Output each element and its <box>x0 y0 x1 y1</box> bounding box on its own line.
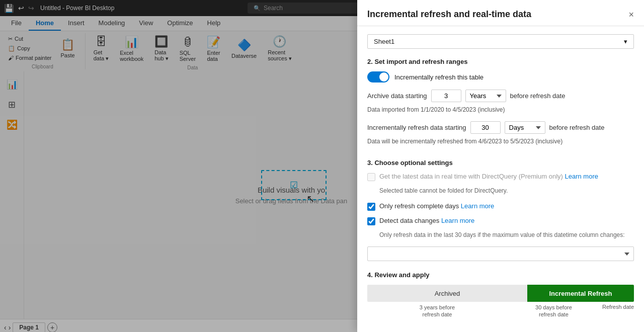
modal-close-button[interactable]: × <box>628 10 634 19</box>
sheet-selector-value: Sheet1 <box>374 38 394 45</box>
complete-days-label: Only refresh complete days Learn more <box>379 202 494 210</box>
modal-title: Incremental refresh and real-time data <box>367 9 531 20</box>
modal-header: Incremental refresh and real-time data × <box>357 0 644 26</box>
directquery-label: Get the latest data in real time with Di… <box>379 173 598 180</box>
complete-days-learn-more[interactable]: Learn more <box>461 202 494 210</box>
section2-heading: 2. Set import and refresh ranges <box>367 58 634 65</box>
complete-days-row: Only refresh complete days Learn more <box>367 202 634 211</box>
incremental-info: Data will be incrementally refreshed fro… <box>367 138 634 145</box>
review-bar: Archived Incremental Refresh <box>367 285 634 302</box>
detect-changes-checkbox[interactable] <box>367 217 375 225</box>
archive-row: Archive data starting Days Months Years … <box>367 90 634 102</box>
detect-changes-label: Detect data changes Learn more <box>379 217 474 224</box>
toggle-thumb <box>379 72 388 81</box>
archive-value-input[interactable] <box>431 90 461 102</box>
archive-label: Archive data starting <box>367 92 427 100</box>
directquery-checkbox[interactable] <box>367 173 375 181</box>
modal-overlay: Incremental refresh and real-time data ×… <box>0 0 644 332</box>
review-bar-label-end: Refresh date <box>602 304 634 318</box>
toggle-track[interactable] <box>367 71 389 82</box>
directquery-row: Get the latest data in real time with Di… <box>367 173 634 181</box>
modal-dialog: Incremental refresh and real-time data ×… <box>357 0 644 332</box>
directquery-learn-more[interactable]: Learn more <box>565 173 598 180</box>
incremental-unit-select[interactable]: Days Months Years <box>505 121 545 134</box>
review-bar-label-left: 3 years beforerefresh date <box>367 304 507 318</box>
toggle-label: Incrementally refresh this table <box>394 73 484 81</box>
incremental-toggle[interactable] <box>367 71 389 82</box>
datetime-column-select[interactable] <box>367 246 634 261</box>
incremental-row: Incrementally refresh data starting Days… <box>367 121 634 134</box>
directquery-info: Selected table cannot be folded for Dire… <box>379 187 634 194</box>
review-bar-incremental: Incremental Refresh <box>527 285 634 302</box>
detect-changes-row: Detect data changes Learn more <box>367 217 634 225</box>
archive-suffix: before refresh date <box>510 92 566 100</box>
complete-days-checkbox[interactable] <box>367 203 375 211</box>
review-bar-label-right: 30 days beforerefresh date <box>507 304 602 318</box>
archive-info: Data imported from 1/1/2020 to 4/5/2023 … <box>367 106 634 113</box>
review-bar-archived: Archived <box>367 285 527 302</box>
incremental-suffix: before refresh date <box>549 124 605 131</box>
detect-changes-learn-more[interactable]: Learn more <box>441 217 474 224</box>
section4-heading: 4. Review and apply <box>367 271 634 279</box>
incremental-value-input[interactable] <box>470 121 501 134</box>
sheet-selector[interactable]: Sheet1 ▾ <box>367 34 634 49</box>
chevron-down-icon: ▾ <box>624 38 627 45</box>
toggle-row: Incrementally refresh this table <box>367 71 634 82</box>
incremental-label: Incrementally refresh data starting <box>367 124 466 131</box>
review-bar-labels: 3 years beforerefresh date 30 days befor… <box>367 304 634 318</box>
detect-changes-info: Only refresh data in the last 30 days if… <box>379 231 634 238</box>
section3-heading: 3. Choose optional settings <box>367 159 634 167</box>
review-section: Archived Incremental Refresh 3 years bef… <box>367 285 634 318</box>
modal-body: Sheet1 ▾ 2. Set import and refresh range… <box>357 26 644 332</box>
archive-unit-select[interactable]: Days Months Years <box>465 90 506 102</box>
